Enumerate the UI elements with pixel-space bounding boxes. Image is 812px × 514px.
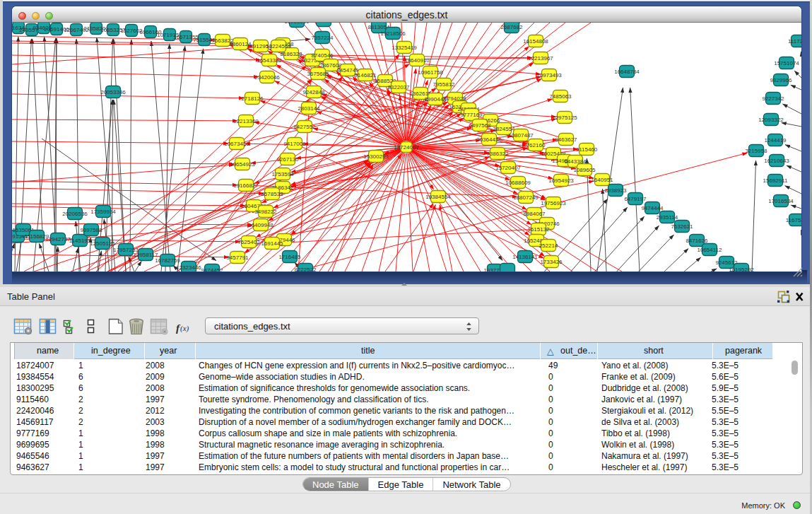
- svg-text:10673451: 10673451: [224, 141, 249, 147]
- svg-text:16033809: 16033809: [284, 23, 310, 25]
- svg-text:10807487: 10807487: [508, 132, 534, 139]
- svg-text:19166827: 19166827: [233, 182, 259, 189]
- svg-text:9227342: 9227342: [762, 95, 784, 102]
- svg-text:1691445: 1691445: [261, 240, 283, 247]
- svg-text:3675685: 3675685: [307, 71, 329, 77]
- svg-text:9860124: 9860124: [229, 41, 252, 47]
- svg-text:9474444: 9474444: [641, 205, 664, 211]
- svg-text:12505135: 12505135: [90, 240, 115, 247]
- svg-text:1640951: 1640951: [591, 177, 613, 183]
- svg-text:7485063: 7485063: [549, 93, 572, 100]
- svg-text:9417006: 9417006: [283, 141, 306, 147]
- svg-text:13224559: 13224559: [266, 43, 291, 49]
- svg-text:18807249: 18807249: [513, 194, 539, 201]
- svg-text:19384554: 19384554: [425, 194, 451, 200]
- svg-text:1244419: 1244419: [764, 137, 787, 144]
- svg-text:7625402: 7625402: [237, 239, 260, 245]
- svg-text:2718126: 2718126: [241, 95, 264, 102]
- svg-text:1716485: 1716485: [278, 254, 301, 260]
- svg-text:2935114: 2935114: [657, 214, 678, 221]
- svg-text:3824554: 3824554: [493, 126, 515, 132]
- svg-text:1117234: 1117234: [788, 38, 801, 45]
- svg-text:16954923: 16954923: [548, 177, 574, 184]
- svg-text:2803144: 2803144: [298, 105, 320, 112]
- svg-text:1733426: 1733426: [540, 259, 563, 265]
- svg-text:12323446: 12323446: [176, 264, 201, 271]
- svg-text:19654923: 19654923: [230, 161, 255, 168]
- svg-text:7632621: 7632621: [671, 223, 693, 230]
- svg-text:8471626: 8471626: [686, 238, 708, 244]
- svg-text:16154808: 16154808: [523, 38, 548, 45]
- svg-text:2687682: 2687682: [500, 24, 523, 30]
- svg-text:12213967: 12213967: [528, 55, 553, 62]
- svg-text:7386322: 7386322: [486, 151, 509, 157]
- svg-text:9115460: 9115460: [576, 146, 598, 153]
- svg-text:17016534: 17016534: [768, 198, 794, 204]
- svg-text:6497568: 6497568: [469, 122, 491, 129]
- svg-text:9463627: 9463627: [555, 136, 577, 143]
- svg-text:10654112: 10654112: [698, 247, 723, 253]
- svg-text:23420046: 23420046: [254, 74, 280, 81]
- svg-text:16195292: 16195292: [729, 267, 754, 272]
- svg-text:1145193: 1145193: [69, 238, 91, 244]
- svg-text:18640910: 18640910: [404, 57, 430, 64]
- svg-text:9329966: 9329966: [770, 77, 792, 83]
- svg-text:3498222: 3498222: [254, 209, 277, 215]
- svg-text:8578533: 8578533: [261, 191, 283, 197]
- svg-text:1089605: 1089605: [573, 167, 596, 173]
- svg-text:9397588: 9397588: [80, 227, 102, 233]
- svg-text:16543382: 16543382: [257, 57, 282, 64]
- svg-text:19756923: 19756923: [541, 200, 566, 206]
- svg-text:20206536: 20206536: [62, 211, 88, 217]
- svg-text:9242848: 9242848: [302, 89, 325, 95]
- svg-text:9777169: 9777169: [460, 112, 483, 118]
- svg-text:12213369: 12213369: [233, 118, 259, 124]
- svg-text:12942737: 12942737: [45, 236, 71, 243]
- svg-text:20364436: 20364436: [476, 136, 502, 143]
- svg-text:7955812: 7955812: [433, 81, 455, 88]
- svg-text:8984067: 8984067: [523, 211, 546, 217]
- svg-text:15300293: 15300293: [363, 153, 389, 160]
- svg-text:252214: 252214: [539, 243, 558, 249]
- svg-text:9457791: 9457791: [226, 255, 249, 261]
- svg-text:16409948: 16409948: [248, 222, 273, 228]
- svg-text:1753594: 1753594: [271, 171, 294, 177]
- svg-text:19218506: 19218506: [380, 30, 406, 37]
- svg-text:13325419: 13325419: [392, 45, 417, 51]
- svg-text:16782759: 16782759: [155, 257, 180, 264]
- svg-text:10688609: 10688609: [505, 180, 531, 186]
- svg-text:15751074: 15751074: [774, 60, 799, 66]
- svg-text:18724007: 18724007: [394, 144, 419, 151]
- svg-text:16210643: 16210643: [764, 158, 789, 164]
- svg-text:1167531: 1167531: [786, 217, 801, 223]
- svg-text:8222522: 8222522: [294, 267, 317, 272]
- svg-text:9146821: 9146821: [354, 72, 377, 78]
- svg-text:10973493: 10973493: [536, 72, 562, 78]
- svg-text:9267130: 9267130: [276, 156, 299, 163]
- svg-text:10961758: 10961758: [418, 69, 443, 76]
- svg-text:16648784: 16648784: [614, 69, 640, 75]
- svg-text:20053346: 20053346: [100, 89, 126, 95]
- svg-text:(x): (x): [180, 324, 189, 333]
- svg-text:17359934: 17359934: [90, 209, 116, 215]
- svg-text:762160: 762160: [526, 142, 546, 148]
- svg-text:9474452: 9474452: [201, 267, 223, 272]
- svg-text:8322037: 8322037: [387, 84, 410, 90]
- svg-text:6479197: 6479197: [624, 196, 647, 202]
- svg-text:12975125: 12975125: [552, 115, 577, 121]
- svg-text:12093322: 12093322: [758, 117, 784, 123]
- svg-text:7357224: 7357224: [311, 35, 334, 41]
- svg-text:14136141: 14136141: [512, 254, 538, 260]
- svg-text:15720407: 15720407: [495, 165, 521, 171]
- svg-text:8427552: 8427552: [293, 124, 316, 130]
- svg-text:8990448: 8990448: [424, 96, 447, 103]
- svg-text:8740546: 8740546: [311, 52, 334, 59]
- svg-text:1615132: 1615132: [527, 226, 550, 233]
- svg-text:3215958: 3215958: [745, 148, 767, 154]
- svg-text:8938923: 8938923: [604, 187, 627, 194]
- svg-text:15692911: 15692911: [763, 177, 789, 184]
